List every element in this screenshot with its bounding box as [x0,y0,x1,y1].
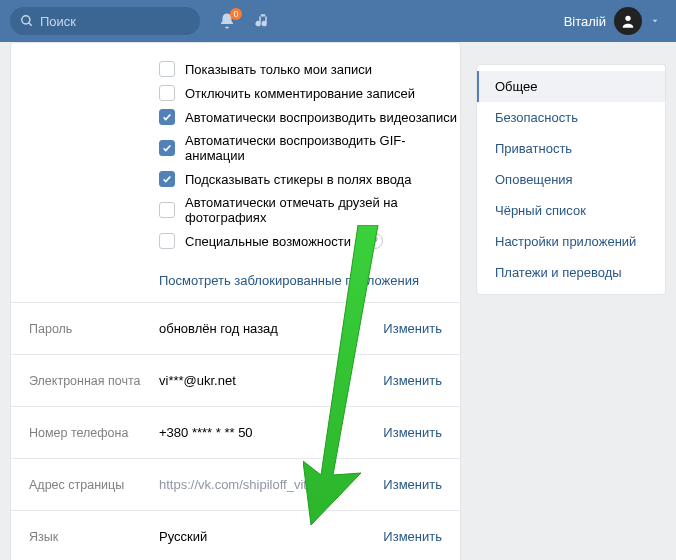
settings-main-panel: Показывать только мои записиОтключить ко… [10,42,461,560]
row-email: Электронная почта vi***@ukr.net Изменить [11,354,460,406]
row-value: Русский [159,529,383,544]
row-label: Пароль [29,322,159,336]
user-menu[interactable]: Віталій [564,7,666,35]
row-password: Пароль обновлён год назад Изменить [11,302,460,354]
checkbox-row: Автоматически воспроизводить GIF-анимаци… [159,129,460,167]
sidebar-item[interactable]: Платежи и переводы [477,257,665,288]
blocked-apps-row: Посмотреть заблокированные приложения [11,263,460,302]
row-value: vi***@ukr.net [159,373,383,388]
row-label: Номер телефона [29,426,159,440]
checkbox-row: Автоматически воспроизводить видеозаписи [159,105,460,129]
checkbox[interactable] [159,140,175,156]
checkbox[interactable] [159,109,175,125]
sidebar-item[interactable]: Настройки приложений [477,226,665,257]
search-input[interactable] [40,14,180,29]
checkbox-row: Подсказывать стикеры в полях ввода [159,167,460,191]
row-label: Адрес страницы [29,478,159,492]
row-phone: Номер телефона +380 **** * ** 50 Изменит… [11,406,460,458]
checkbox-label: Специальные возможности [185,234,351,249]
svg-point-0 [22,16,30,24]
change-phone-link[interactable]: Изменить [383,425,442,440]
notifications-button[interactable]: 0 [218,12,236,30]
checkbox-label: Автоматически воспроизводить GIF-анимаци… [185,133,460,163]
change-address-link[interactable]: Изменить [383,477,442,492]
sidebar-item[interactable]: Оповещения [477,164,665,195]
change-language-link[interactable]: Изменить [383,529,442,544]
row-label: Электронная почта [29,374,159,388]
settings-checkboxes: Показывать только мои записиОтключить ко… [11,43,460,263]
checkbox-row: Автоматически отмечать друзей на фотогра… [159,191,460,229]
row-address: Адрес страницы https://vk.com/shipiloff_… [11,458,460,510]
chevron-down-icon [650,16,660,26]
checkbox-label: Отключить комментирование записей [185,86,415,101]
row-value: +380 **** * ** 50 [159,425,383,440]
blocked-apps-link[interactable]: Посмотреть заблокированные приложения [159,273,419,288]
music-icon [254,12,272,30]
sidebar-item[interactable]: Приватность [477,133,665,164]
checkbox-label: Показывать только мои записи [185,62,372,77]
checkbox[interactable] [159,171,175,187]
svg-point-2 [625,16,630,21]
sidebar-item[interactable]: Чёрный список [477,195,665,226]
checkbox[interactable] [159,233,175,249]
svg-line-1 [29,23,32,26]
settings-sidebar: ОбщееБезопасностьПриватностьОповещенияЧё… [476,64,666,295]
avatar [614,7,642,35]
change-email-link[interactable]: Изменить [383,373,442,388]
help-icon[interactable]: ? [367,233,383,249]
row-value: https://vk.com/shipiloff_vitalik [159,477,383,492]
checkbox-label: Подсказывать стикеры в полях ввода [185,172,411,187]
music-button[interactable] [254,12,272,30]
sidebar-item[interactable]: Общее [477,71,665,102]
sidebar-item[interactable]: Безопасность [477,102,665,133]
row-value: обновлён год назад [159,321,383,336]
checkbox-row: Специальные возможности? [159,229,460,253]
topbar: 0 Віталій [0,0,676,42]
checkbox-row: Показывать только мои записи [159,57,460,81]
checkbox[interactable] [159,202,175,218]
search-icon [20,14,34,28]
row-language: Язык Русский Изменить [11,510,460,560]
avatar-placeholder-icon [620,13,636,29]
checkbox-row: Отключить комментирование записей [159,81,460,105]
search-box[interactable] [10,7,200,35]
change-password-link[interactable]: Изменить [383,321,442,336]
notif-badge: 0 [230,8,242,20]
row-label: Язык [29,530,159,544]
username: Віталій [564,14,606,29]
checkbox-label: Автоматически отмечать друзей на фотогра… [185,195,460,225]
checkbox-label: Автоматически воспроизводить видеозаписи [185,110,457,125]
checkbox[interactable] [159,85,175,101]
checkbox[interactable] [159,61,175,77]
